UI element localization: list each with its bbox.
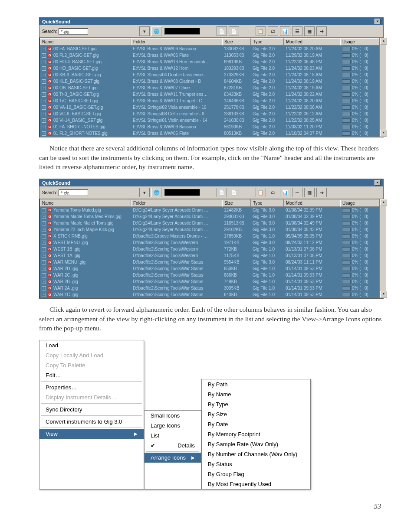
expand-icon[interactable]: + <box>42 228 46 232</box>
table-row[interactable]: +G01 FA_SHORT-NOTES.gigE:\VSL Brass & WW… <box>40 124 379 130</box>
expand-icon[interactable]: + <box>42 215 46 219</box>
menu-item[interactable]: By Status <box>202 459 310 469</box>
menu-item[interactable]: By Sample Rate (Wav Only) <box>202 439 310 449</box>
copy-icon[interactable]: 📄 <box>217 26 227 36</box>
table-row[interactable]: +GWEST 1A .gigD:\badfile2\Scoring Tools\… <box>40 252 379 259</box>
expand-icon[interactable]: + <box>42 66 46 71</box>
details-icon[interactable]: 📊 <box>280 26 290 36</box>
col-size[interactable]: Size <box>222 38 251 46</box>
expand-icon[interactable]: + <box>42 208 46 212</box>
menu-item[interactable]: By Name <box>202 389 310 399</box>
table-row[interactable]: +G00 TrC_BASIC-SET.gigE:\VSL Brass & WW\… <box>40 98 379 104</box>
copy2-icon[interactable]: 📄 <box>229 26 239 36</box>
expand-icon[interactable]: + <box>42 86 46 90</box>
col-type[interactable]: Type <box>251 38 284 46</box>
expand-icon[interactable]: + <box>42 260 46 264</box>
table-row[interactable]: +GWEST 1B .gigD:\badfile2\Scoring Tools\… <box>40 246 379 252</box>
globe-icon[interactable]: 🌐 <box>151 26 162 36</box>
table-row[interactable]: +GWAR 1C .gigD:\badfile2\Scoring Tools\W… <box>40 291 379 298</box>
menu-item[interactable]: Properties… <box>39 382 144 392</box>
table-row[interactable]: +G00 VA-10_BASIC-SET.gigE:\VSL Strings\0… <box>40 104 379 111</box>
menu-item[interactable]: Details <box>145 441 201 450</box>
table-row[interactable]: +GYamaha Toms Muted.gigD:\Gig24\Larry Se… <box>40 207 379 213</box>
col-name[interactable]: Name <box>40 38 131 46</box>
details-icon[interactable]: 📊 <box>280 188 290 197</box>
largeicons-icon[interactable]: ▦ <box>304 26 315 36</box>
expand-icon[interactable]: + <box>42 286 46 290</box>
table-row[interactable]: +G00 HO-4_BASIC-SET.gigE:\VSL Brass & WW… <box>40 59 379 65</box>
menu-item[interactable]: View▶ <box>39 429 144 439</box>
expand-icon[interactable]: + <box>42 53 46 58</box>
menu-item[interactable]: By Date <box>202 419 310 429</box>
col-folder[interactable]: Folder <box>131 38 222 46</box>
expand-icon[interactable]: + <box>42 267 46 271</box>
tree-icon[interactable]: 🗂 <box>268 188 278 197</box>
menu-item[interactable]: Small Icons <box>145 411 201 421</box>
expand-icon[interactable]: + <box>42 73 46 77</box>
table-row[interactable]: +GWAR 2B .gigD:\badfile2\Scoring Tools\W… <box>40 278 379 285</box>
table-row[interactable]: +GYamaha 22 Inch Maple Kick.gigD:\Gig24\… <box>40 226 379 233</box>
expand-icon[interactable]: + <box>42 125 46 129</box>
expand-icon[interactable]: + <box>42 234 46 238</box>
col-modified[interactable]: Modified <box>284 199 340 207</box>
col-usage[interactable]: Usage <box>340 38 379 46</box>
search-input[interactable]: *.gig <box>59 28 88 35</box>
expand-icon[interactable]: + <box>42 47 46 51</box>
menu-item[interactable]: By Path <box>202 379 310 389</box>
copy-icon[interactable]: 📄 <box>217 188 227 197</box>
expand-icon[interactable]: + <box>42 99 46 103</box>
menu-item[interactable]: Edit… <box>39 370 144 380</box>
table-row[interactable]: +G01 FL2_SHORT-NOTES.gigE:\VSL Brass & W… <box>40 130 379 137</box>
expand-icon[interactable]: + <box>42 273 46 277</box>
menu-item[interactable]: By Memory Footprint <box>202 429 310 439</box>
expand-icon[interactable]: + <box>42 60 46 64</box>
col-modified[interactable]: Modified <box>284 38 340 46</box>
expand-icon[interactable]: + <box>42 247 46 251</box>
expand-icon[interactable]: + <box>42 280 46 284</box>
menu-item[interactable]: By Type <box>202 399 310 409</box>
expand-icon[interactable]: + <box>42 241 46 245</box>
close-icon[interactable]: × <box>375 180 381 186</box>
menu-item[interactable]: Load <box>39 340 144 350</box>
table-row[interactable]: +GWAR 2D .gigD:\badfile2\Scoring Tools\W… <box>40 265 379 272</box>
col-folder[interactable]: Folder <box>131 199 222 207</box>
expand-icon[interactable]: + <box>42 105 46 110</box>
table-row[interactable]: +G00 VC-8_BASIC-SET.gigE:\VSL Strings\03… <box>40 111 379 117</box>
menu-item[interactable]: By Group Flag <box>202 469 310 479</box>
table-row[interactable]: +G00 KLB_BASIC-SET.gigE:\VSL Brass & WW\… <box>40 78 379 85</box>
menu-item[interactable]: Sync Directory <box>39 405 144 415</box>
properties-icon[interactable]: 📋 <box>256 26 266 36</box>
col-usage[interactable]: Usage <box>340 199 379 207</box>
menu-item[interactable]: Arrange Icons▶ <box>145 453 201 463</box>
table-row[interactable]: +G00 OB_BASIC-SET.gigE:\VSL Brass & WW\0… <box>40 85 379 91</box>
table-row[interactable]: +GWAR MENU .gigD:\badfile2\Scoring Tools… <box>40 259 379 265</box>
menu-item[interactable]: List <box>145 431 201 441</box>
table-row[interactable]: +GWAR 2C .gigD:\badfile2\Scoring Tools\W… <box>40 272 379 278</box>
expand-icon[interactable]: + <box>42 254 46 258</box>
table-row[interactable]: +GYamaha Maple Toms Med Rims.gigD:\Gig24… <box>40 213 379 220</box>
table-row[interactable]: +GYamaha Maple Mallet Toms.gigD:\Gig24\L… <box>40 220 379 226</box>
table-row[interactable]: +G00 FA_BASIC-SET.gigE:\VSL Brass & WW\0… <box>40 46 379 52</box>
table-row[interactable]: +GX STICK RNB.gigD:\badfile2\Groove Mast… <box>40 233 379 239</box>
scrollbar[interactable]: ▴ ▾ <box>380 38 386 137</box>
table-row[interactable]: +GWEST MENU .gigD:\badfile2\Scoring Tool… <box>40 239 379 246</box>
close-icon[interactable]: × <box>375 19 381 24</box>
col-type[interactable]: Type <box>251 199 284 207</box>
expand-icon[interactable]: + <box>42 112 46 116</box>
expand-icon[interactable]: + <box>42 118 46 123</box>
menu-item[interactable]: By Most Frequently Used <box>202 479 310 489</box>
scroll-up-icon[interactable]: ▴ <box>380 38 387 45</box>
menu-item[interactable]: By Size <box>202 409 310 419</box>
tree-icon[interactable]: 🗂 <box>268 26 278 36</box>
scroll-up-icon[interactable]: ▴ <box>380 199 387 206</box>
expand-icon[interactable]: + <box>42 221 46 225</box>
menu-item[interactable]: By Number of Channels (Wav Only) <box>202 449 310 459</box>
dropdown-icon[interactable]: ▾ <box>139 26 150 36</box>
menu-item[interactable]: Convert instruments to Gig 3.0 <box>39 417 144 427</box>
scroll-down-icon[interactable]: ▾ <box>380 130 387 137</box>
list-icon[interactable]: ☰ <box>292 188 302 197</box>
expand-icon[interactable]: + <box>42 79 46 84</box>
menu-item[interactable]: Large Icons <box>145 421 201 431</box>
expand-icon[interactable]: + <box>42 92 46 97</box>
dropdown-icon[interactable]: ▾ <box>139 188 150 197</box>
